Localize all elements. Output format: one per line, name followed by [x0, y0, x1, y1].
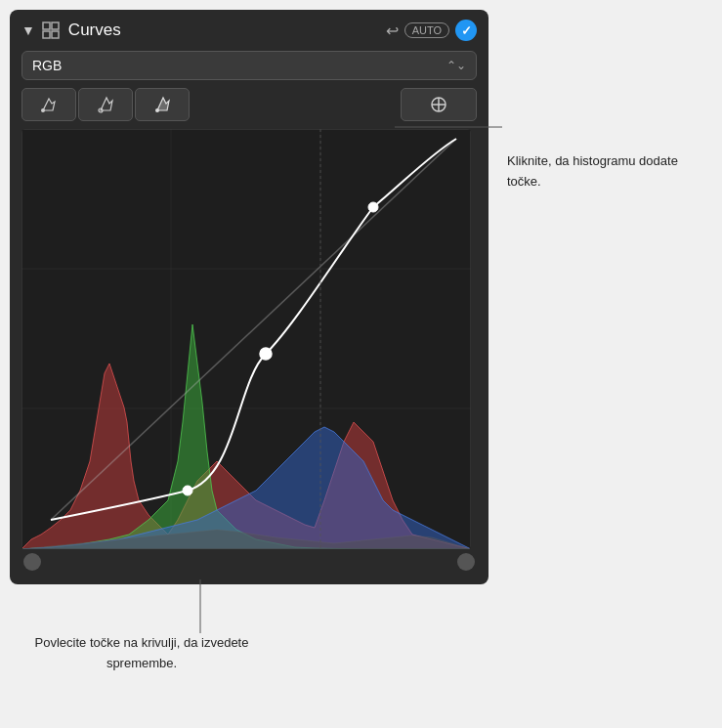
- svg-point-17: [260, 348, 272, 360]
- svg-point-6: [155, 108, 159, 112]
- header-actions: ↩ AUTO: [386, 20, 477, 41]
- black-point-slider[interactable]: [23, 553, 41, 571]
- annotation-line-right: [395, 122, 512, 181]
- svg-rect-1: [52, 22, 59, 29]
- eyedropper-black-button[interactable]: [21, 88, 76, 121]
- curves-panel: ▼ Curves ↩ AUTO RGB ⌃⌄: [10, 10, 488, 584]
- undo-button[interactable]: ↩: [386, 21, 399, 40]
- add-point-button[interactable]: [401, 88, 477, 121]
- annotation-line-bottom: [199, 579, 201, 633]
- white-point-slider[interactable]: [457, 553, 475, 571]
- auto-button[interactable]: AUTO: [404, 22, 449, 38]
- svg-rect-3: [52, 31, 59, 38]
- svg-rect-0: [43, 22, 50, 29]
- curves-svg: [21, 129, 471, 549]
- svg-point-16: [183, 486, 192, 495]
- confirm-button[interactable]: [455, 20, 477, 41]
- collapse-icon[interactable]: ▼: [21, 22, 35, 38]
- svg-point-4: [41, 108, 45, 112]
- bottom-annotation: Povlecite točke na krivulji, da izvedete…: [137, 579, 264, 674]
- eyedropper-mid-button[interactable]: [78, 88, 133, 121]
- svg-rect-2: [43, 31, 50, 38]
- panel-title: Curves: [68, 21, 386, 40]
- range-sliders: [21, 553, 477, 571]
- channel-label: RGB: [32, 58, 62, 73]
- channel-arrows-icon: ⌃⌄: [446, 59, 466, 72]
- tools-row: [21, 88, 477, 121]
- grid-icon: [41, 21, 61, 40]
- eyedropper-white-button[interactable]: [135, 88, 190, 121]
- bottom-annotation-text: Povlecite točke na krivulji, da izvedete…: [20, 633, 264, 674]
- channel-select[interactable]: RGB ⌃⌄: [21, 51, 477, 80]
- svg-point-18: [368, 202, 378, 212]
- right-annotation-text: Kliknite, da histogramu dodate točke.: [507, 151, 693, 193]
- right-annotation: Kliknite, da histogramu dodate točke.: [507, 151, 693, 193]
- panel-header: ▼ Curves ↩ AUTO: [21, 20, 477, 41]
- curves-chart[interactable]: [21, 129, 471, 549]
